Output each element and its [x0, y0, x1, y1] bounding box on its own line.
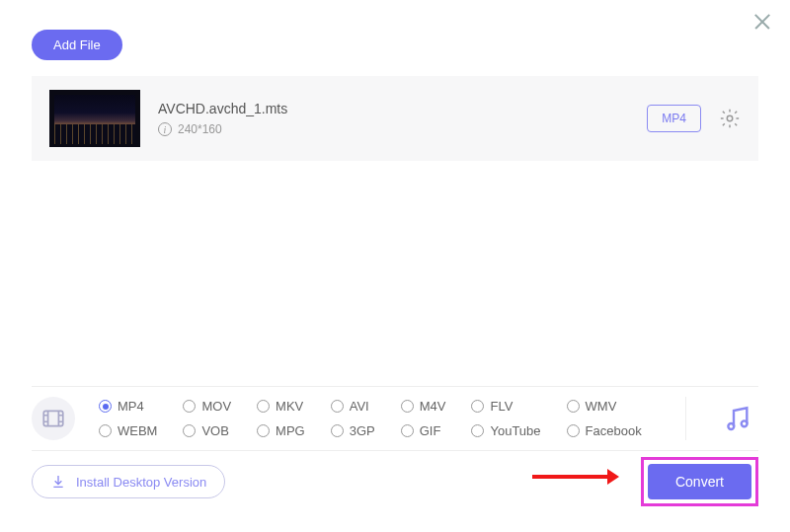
add-file-button[interactable]: Add File [32, 30, 122, 60]
file-info: AVCHD.avchd_1.mts i 240*160 [158, 101, 629, 136]
footer: Install Desktop Version Convert [32, 457, 758, 506]
video-thumbnail[interactable] [49, 90, 140, 147]
footer-right: Convert [641, 457, 758, 506]
format-option-youtube[interactable]: YouTube [471, 423, 540, 438]
format-option-mov[interactable]: MOV [183, 399, 231, 414]
format-option-mkv[interactable]: MKV [257, 399, 305, 414]
gear-icon[interactable] [719, 108, 741, 129]
file-meta: i 240*160 [158, 122, 629, 136]
format-option-vob[interactable]: VOB [183, 423, 231, 438]
format-panel: MP4 MOV MKV AVI M4V FLV WMV WEBM VOB MPG… [32, 386, 758, 451]
format-option-m4v[interactable]: M4V [401, 399, 446, 414]
annotation-highlight: Convert [641, 457, 758, 506]
format-option-mpg[interactable]: MPG [257, 423, 305, 438]
annotation-arrow [532, 475, 609, 479]
format-option-mp4[interactable]: MP4 [99, 399, 157, 414]
format-option-wmv[interactable]: WMV [567, 399, 642, 414]
svg-point-2 [728, 423, 734, 429]
format-options: MP4 MOV MKV AVI M4V FLV WMV WEBM VOB MPG… [99, 399, 642, 438]
close-icon[interactable] [752, 12, 772, 32]
audio-tab-icon[interactable] [722, 403, 753, 434]
svg-point-0 [727, 115, 733, 121]
svg-point-3 [741, 420, 747, 426]
format-option-3gp[interactable]: 3GP [331, 423, 375, 438]
install-desktop-label: Install Desktop Version [76, 475, 206, 490]
file-name: AVCHD.avchd_1.mts [158, 101, 629, 116]
format-option-webm[interactable]: WEBM [99, 423, 157, 438]
format-option-flv[interactable]: FLV [471, 399, 540, 414]
svg-rect-1 [43, 411, 63, 425]
format-option-avi[interactable]: AVI [331, 399, 375, 414]
video-tab-icon[interactable] [32, 397, 75, 440]
info-icon[interactable]: i [158, 122, 172, 136]
vertical-divider [685, 397, 686, 440]
file-row: AVCHD.avchd_1.mts i 240*160 MP4 [32, 76, 758, 161]
install-desktop-button[interactable]: Install Desktop Version [32, 465, 225, 498]
convert-button[interactable]: Convert [648, 464, 751, 499]
output-format-badge[interactable]: MP4 [647, 105, 701, 132]
format-option-facebook[interactable]: Facebook [567, 423, 642, 438]
format-option-gif[interactable]: GIF [401, 423, 446, 438]
file-resolution: 240*160 [178, 122, 222, 136]
download-icon [50, 474, 66, 490]
